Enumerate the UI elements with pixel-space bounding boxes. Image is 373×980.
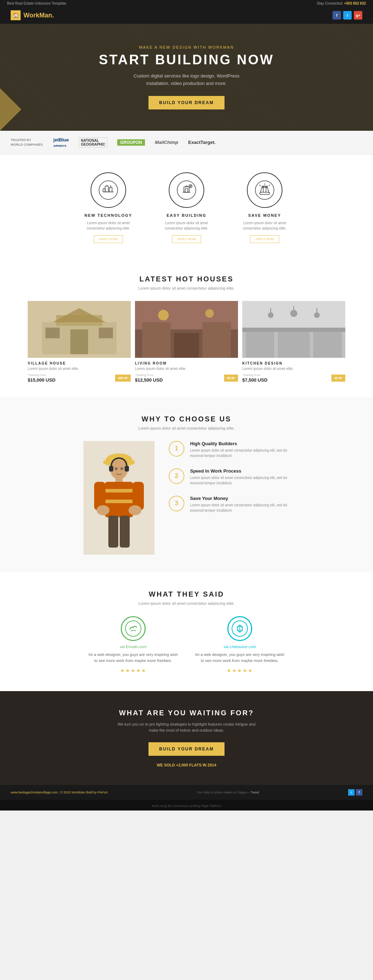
houses-grid: VILLAGE HOUSE Lorem ipsum dolor sit amet… <box>11 301 362 383</box>
footer: www.heritagechristianvillage.com | © 201… <box>0 785 373 800</box>
house-village-sqft: 480 M² <box>115 374 131 382</box>
why-item-3: 3 Save Your Money Lorem ipsum dolor sit … <box>169 496 289 513</box>
feature-new-technology: NEW TECHNOLOGY Lorem ipsum dolor sit ame… <box>80 172 137 243</box>
why-number-2: 2 <box>169 468 184 484</box>
top-bar-right: Stay Connected: +003 852 632 <box>317 2 366 5</box>
svg-point-42 <box>314 312 320 318</box>
feature-money-icon <box>247 172 283 208</box>
houses-section: LATEST HOT HOUSES Lorem ipsum dolor sit … <box>0 261 373 397</box>
twitter-icon[interactable]: t <box>343 11 352 19</box>
hero-description: Custom digital services like logo design… <box>122 73 251 88</box>
features-section: NEW TECHNOLOGY Lorem ipsum dolor sit ame… <box>0 154 373 261</box>
house-kitchen-price-label: *Starting From <box>242 374 268 377</box>
why-section: WHY TO CHOOSE US Lorem ipsum dolor sit a… <box>0 397 373 573</box>
feature-technology-button[interactable]: Apply Now <box>94 235 123 243</box>
feature-money-title: SAVE MONEY <box>236 213 293 218</box>
why-item-2-content: Speed In Work Process Lorem ipsum dolor … <box>190 468 289 486</box>
svg-rect-52 <box>105 489 133 493</box>
worker-image <box>84 441 154 555</box>
house-kitchen-sqft: 40 M² <box>332 374 345 382</box>
top-bar: Best Real Estate Unbounce Template. Stay… <box>0 0 373 7</box>
footer-twitter-icon[interactable]: t <box>348 789 354 795</box>
why-title: WHY TO CHOOSE US <box>11 415 362 423</box>
facebook-icon[interactable]: f <box>332 11 341 19</box>
footer-facebook-icon[interactable]: f <box>356 789 362 795</box>
brand-natgeo: NATIONALGEOGRAPHIC <box>79 137 107 148</box>
cta-title: WHAT ARE YOU WAITING FOR? <box>11 709 362 717</box>
feature-building-icon <box>169 172 204 208</box>
house-living-desc: Lorem ipsum dolor sit amet elite. <box>135 367 238 371</box>
why-content: 1 High Quality Builders Lorem ipsum dolo… <box>11 441 362 555</box>
hero-subtitle: MAKE A NEW DESIGN WITH WORKMAN <box>139 45 234 49</box>
feature-building-title: EASY BUILDING <box>158 213 215 218</box>
svg-point-40 <box>268 312 273 318</box>
testimonial-envato-stars: ★★★★★ <box>87 668 179 673</box>
brand-jetblue: jetBlueAIRWAYS <box>53 137 68 148</box>
svg-rect-26 <box>99 328 113 338</box>
svg-rect-8 <box>184 187 189 192</box>
bottom-bar-text: Built using the Unbounce Landing Page Pl… <box>152 804 221 808</box>
house-living-price-row: *Starting From $12,500 USD 88 M² <box>135 374 238 383</box>
house-village-desc: Lorem ipsum dolor sit amet elite. <box>28 367 131 371</box>
svg-rect-59 <box>120 515 130 547</box>
testimonial-envato-text: Im a web designer, you guys are very ins… <box>87 652 179 664</box>
feature-building-button[interactable]: Apply Now <box>172 235 202 243</box>
why-item-3-content: Save Your Money Lorem ipsum dolor sit am… <box>190 496 289 513</box>
footer-copyright: www.heritagechristianvillage.com | © 201… <box>11 791 108 794</box>
why-desc: Lorem ipsum dolor sit amet consectetur a… <box>11 426 362 430</box>
footer-tweet-link[interactable]: Tweet <box>251 791 259 794</box>
why-item-1-title: High Quality Builders <box>190 441 289 446</box>
why-item-1: 1 High Quality Builders Lorem ipsum dolo… <box>169 441 289 458</box>
house-living-title: LIVING ROOM <box>135 361 238 365</box>
logo[interactable]: 🏠 WorkMan. <box>11 10 54 20</box>
brand-groupon: GROUPON <box>117 139 145 146</box>
house-village-price-info: *Starting From $15,000 USD <box>28 374 56 383</box>
hero-cta-button[interactable]: BUILD YOUR DREAM <box>149 96 224 110</box>
testimonial-unbounce: via Unbounce.com Im a web designer, you … <box>194 616 286 673</box>
house-village-price: $15,000 USD <box>28 377 56 383</box>
trusted-label: TRUSTED BYWORLD COMPANIES <box>11 138 43 147</box>
svg-rect-30 <box>203 322 231 358</box>
bottom-bar: Built using the Unbounce Landing Page Pl… <box>0 800 373 810</box>
feature-money-desc: Lorem ipsum dolor sit amet consectetur a… <box>236 220 293 231</box>
svg-point-7 <box>177 180 196 199</box>
svg-point-41 <box>290 310 297 317</box>
feature-building-desc: Lorem ipsum dolor sit amet consectetur a… <box>158 220 215 231</box>
testimonials-title: WHAT THEY SAID <box>11 590 362 598</box>
svg-rect-3 <box>103 189 105 192</box>
feature-money-button[interactable]: Apply Now <box>250 235 279 243</box>
svg-rect-39 <box>242 328 345 332</box>
house-living-sqft: 88 M² <box>224 374 238 382</box>
feature-easy-building: EASY BUILDING Lorem ipsum dolor sit amet… <box>158 172 215 243</box>
feature-technology-desc: Lorem ipsum dolor sit amet consectetur a… <box>80 220 137 231</box>
testimonial-unbounce-source: via Unbounce.com <box>194 644 286 649</box>
house-village-price-label: *Starting From <box>28 374 56 377</box>
house-img-village <box>28 301 131 358</box>
cta-button[interactable]: BUILD YOUR DREAM <box>149 742 224 756</box>
header: 🏠 WorkMan. f t g+ <box>0 7 373 24</box>
svg-point-57 <box>129 505 141 515</box>
svg-line-18 <box>259 185 261 186</box>
brand-mailchimp: MailChimp <box>155 140 178 145</box>
testimonials-grid: via Envato.com Im a web designer, you gu… <box>11 616 362 673</box>
why-item-2: 2 Speed In Work Process Lorem ipsum dolo… <box>169 468 289 486</box>
phone-number: +003 852 632 <box>344 2 366 5</box>
svg-rect-29 <box>142 322 170 358</box>
testimonial-unbounce-avatar <box>227 616 252 641</box>
hero-section: MAKE A NEW DESIGN WITH WORKMAN START BUI… <box>0 24 373 131</box>
svg-rect-9 <box>185 189 188 192</box>
svg-line-19 <box>268 185 270 186</box>
testimonial-unbounce-stars: ★★★★★ <box>194 668 286 673</box>
feature-technology-title: NEW TECHNOLOGY <box>80 213 137 218</box>
testimonial-envato-avatar <box>121 616 146 641</box>
house-card-village: VILLAGE HOUSE Lorem ipsum dolor sit amet… <box>28 301 131 383</box>
houses-desc: Lorem ipsum dolor sit amet consectetur a… <box>11 286 362 290</box>
house-living-price: $12,500 USD <box>135 377 163 383</box>
googleplus-icon[interactable]: g+ <box>354 11 362 19</box>
why-reasons-list: 1 High Quality Builders Lorem ipsum dolo… <box>169 441 289 523</box>
cta-section: WHAT ARE YOU WAITING FOR? We turn you on… <box>0 691 373 785</box>
svg-rect-31 <box>174 333 199 358</box>
svg-rect-37 <box>278 331 310 358</box>
why-item-2-desc: Lorem ipsum dolor sit amet consectetur a… <box>190 475 289 486</box>
why-item-3-desc: Lorem ipsum dolor sit amet consectetur a… <box>190 503 289 513</box>
